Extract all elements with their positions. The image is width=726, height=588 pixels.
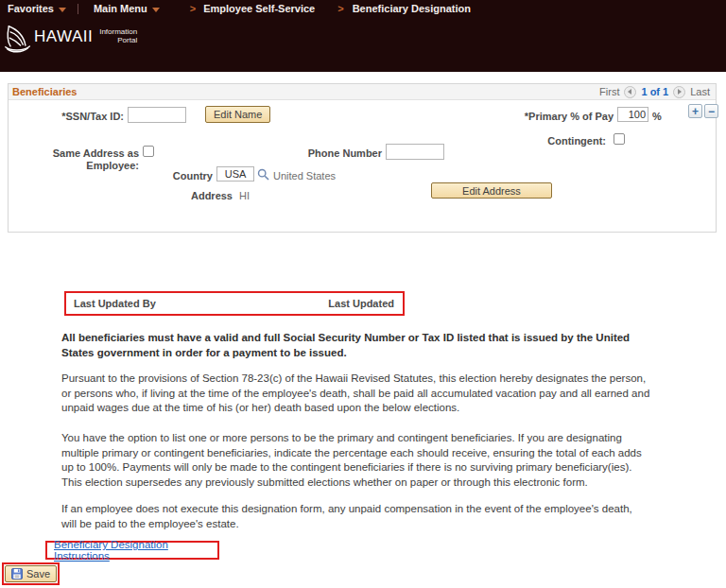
- country-lookup-button[interactable]: [257, 167, 269, 184]
- chevron-down-icon: [152, 8, 160, 12]
- page: Favorites Main Menu > Employee Self-Serv…: [0, 0, 726, 588]
- primary-pct-label: *Primary % of Pay: [508, 111, 614, 123]
- arrow-left-icon: [628, 89, 631, 95]
- save-annotation-box: Save: [2, 562, 60, 585]
- last-updated-label: Last Updated: [328, 298, 394, 309]
- same-address-checkbox[interactable]: [143, 146, 154, 157]
- beneficiaries-panel: Beneficiaries First 1 of 1 Last *SSN/Tax…: [8, 83, 717, 233]
- favorites-label: Favorites: [8, 3, 54, 14]
- ssn-label: *SSN/Tax ID:: [37, 111, 124, 123]
- same-address-label: Same Address as Employee:: [14, 147, 139, 172]
- contingent-checkbox[interactable]: [614, 133, 625, 145]
- phone-label: Phone Number: [297, 147, 382, 160]
- last-updated-annotation-box: Last Updated By Last Updated: [64, 291, 405, 316]
- estate-default-paragraph: If an employee does not execute this des…: [61, 502, 690, 531]
- record-paginator: First 1 of 1 Last: [599, 86, 710, 98]
- paginator-last[interactable]: Last: [690, 86, 710, 97]
- instructions-link-annotation-box: Beneficiary Designation Instructions: [45, 541, 219, 560]
- save-button[interactable]: Save: [5, 565, 57, 582]
- canoe-sail-icon: [4, 23, 32, 55]
- address-value: HI: [239, 190, 250, 202]
- arrow-right-icon: [678, 89, 682, 95]
- delete-row-button[interactable]: −: [704, 104, 718, 118]
- last-updated-by-label: Last Updated By: [74, 298, 156, 309]
- add-row-button[interactable]: +: [688, 104, 702, 118]
- ssn-input[interactable]: [128, 107, 186, 123]
- previous-record-button[interactable]: [624, 86, 636, 98]
- beneficiary-options-paragraph: You have the option to list one or more …: [61, 431, 690, 490]
- country-code-input[interactable]: [216, 166, 254, 182]
- ssn-requirement-paragraph: All beneficiaries must have a valid and …: [61, 331, 690, 360]
- chevron-down-icon: [59, 8, 66, 12]
- edit-address-button[interactable]: Edit Address: [431, 182, 552, 199]
- hawaii-portal-logo: HAWAII Information Portal: [4, 23, 137, 55]
- logo-subtitle: Information Portal: [95, 27, 137, 44]
- logo-subtitle-line1: Information: [99, 27, 137, 36]
- logo-subtitle-line2: Portal: [117, 36, 137, 44]
- save-disk-icon: [11, 568, 23, 579]
- top-banner: Favorites Main Menu > Employee Self-Serv…: [0, 0, 726, 72]
- search-icon: [257, 168, 269, 181]
- address-label: Address: [157, 190, 233, 202]
- main-menu-label: Main Menu: [94, 3, 147, 14]
- breadcrumb-beneficiary-designation[interactable]: Beneficiary Designation: [353, 3, 471, 14]
- phone-input[interactable]: [386, 144, 444, 160]
- breadcrumb-employee-self-service[interactable]: Employee Self-Service: [203, 3, 315, 14]
- beneficiaries-panel-header: Beneficiaries First 1 of 1 Last: [9, 84, 716, 100]
- country-label: Country: [137, 170, 213, 182]
- save-button-label: Save: [26, 568, 50, 579]
- panel-title: Beneficiaries: [12, 86, 77, 97]
- percent-suffix: %: [652, 111, 662, 123]
- next-record-button[interactable]: [673, 86, 685, 98]
- beneficiary-instructions-link[interactable]: Beneficiary Designation Instructions: [54, 539, 217, 562]
- contingent-label: Contingent:: [500, 135, 606, 147]
- country-name: United States: [273, 170, 336, 182]
- logo-brand-text: HAWAII: [34, 23, 93, 51]
- nav-divider: [78, 4, 78, 14]
- paginator-first[interactable]: First: [599, 86, 619, 97]
- edit-name-button[interactable]: Edit Name: [205, 106, 270, 123]
- primary-pct-input[interactable]: [617, 107, 648, 122]
- breadcrumb-separator-icon: >: [190, 3, 196, 14]
- favorites-menu[interactable]: Favorites: [8, 3, 66, 14]
- breadcrumb: Favorites Main Menu > Employee Self-Serv…: [0, 0, 726, 17]
- main-menu[interactable]: Main Menu: [94, 3, 160, 14]
- record-counter: 1 of 1: [641, 86, 668, 97]
- statute-paragraph: Pursuant to the provisions of Section 78…: [61, 372, 690, 416]
- breadcrumb-separator-icon: >: [337, 3, 343, 14]
